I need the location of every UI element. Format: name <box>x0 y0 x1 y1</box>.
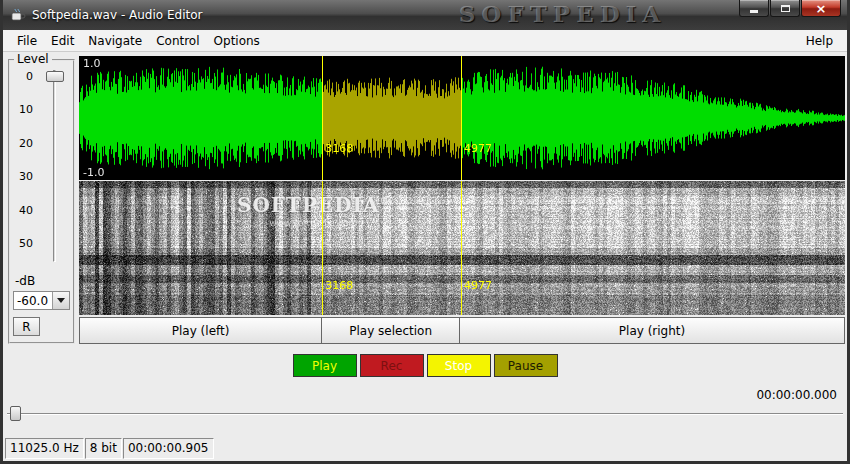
playback-time: 00:00:00.000 <box>756 388 837 402</box>
db-unit-label: -dB <box>15 274 73 288</box>
level-slider[interactable] <box>36 67 73 265</box>
menu-file[interactable]: File <box>10 32 44 50</box>
pause-button[interactable]: Pause <box>494 354 558 377</box>
tick-label: 30 <box>10 171 33 182</box>
selection-end-label: 4977 <box>464 143 492 154</box>
close-icon: × <box>816 2 827 15</box>
reset-level-button[interactable]: R <box>13 317 40 336</box>
sample-rate-field: 11025.0 Hz <box>5 438 84 459</box>
level-body: 0 10 20 30 40 50 <box>10 67 73 265</box>
level-title: Level <box>14 52 52 66</box>
record-button[interactable]: Rec <box>360 354 424 377</box>
menu-control[interactable]: Control <box>149 32 206 50</box>
menu-navigate[interactable]: Navigate <box>81 32 149 50</box>
transport-controls: Play Rec Stop Pause <box>3 354 847 377</box>
combobox-dropdown-button[interactable] <box>52 292 69 309</box>
amplitude-max-label: 1.0 <box>83 58 101 69</box>
maximize-icon <box>781 5 790 12</box>
titlebar-watermark: SOFTPEDIA <box>459 0 666 27</box>
selection-end-cursor[interactable] <box>461 181 462 315</box>
statusbar: 11025.0 Hz 8 bit 00:00:00.905 <box>3 438 847 461</box>
chevron-down-icon <box>57 298 65 303</box>
segment-play-row: Play (left) Play selection Play (right) <box>79 317 845 344</box>
audio-editor-window: Softpedia.wav - Audio Editor SOFTPEDIA ×… <box>0 0 850 464</box>
level-combobox-value: -60.0 <box>14 292 52 309</box>
app-icon <box>10 7 26 23</box>
duration-field: 00:00:00.905 <box>123 438 214 459</box>
titlebar[interactable]: Softpedia.wav - Audio Editor SOFTPEDIA × <box>3 0 847 30</box>
window-controls: × <box>739 0 841 17</box>
menu-help[interactable]: Help <box>799 32 840 50</box>
tick-label: 50 <box>10 238 33 249</box>
play-button[interactable]: Play <box>293 354 357 377</box>
selection-end-cursor[interactable] <box>461 56 462 180</box>
selection-start-cursor[interactable] <box>322 56 323 180</box>
selection-start-label: 3168 <box>325 143 353 154</box>
minimize-button[interactable] <box>739 0 769 17</box>
level-panel: Level 0 10 20 30 40 50 -dB -60.0 <box>8 59 75 344</box>
play-left-button[interactable]: Play (left) <box>79 317 322 344</box>
play-selection-button[interactable]: Play selection <box>321 317 460 344</box>
seek-slider-thumb[interactable] <box>10 406 21 421</box>
bit-depth-field: 8 bit <box>85 438 122 459</box>
maximize-button[interactable] <box>770 0 800 17</box>
menubar: File Edit Navigate Control Options Help <box>3 30 847 52</box>
spectrogram-display[interactable]: SOFTPEDIA® www.softpedia.com 3168 4977 <box>79 181 845 315</box>
content-area: Level 0 10 20 30 40 50 -dB -60.0 <box>3 52 847 344</box>
selection-start-cursor[interactable] <box>322 181 323 315</box>
level-slider-thumb[interactable] <box>46 71 64 82</box>
seek-slider[interactable] <box>7 405 843 423</box>
menu-edit[interactable]: Edit <box>44 32 81 50</box>
selection-start-label: 3168 <box>325 280 353 291</box>
tick-label: 10 <box>10 104 33 115</box>
main-displays: 1.0 -1.0 3168 4977 SOFTPEDIA® www.softpe… <box>79 56 845 344</box>
level-tick-labels: 0 10 20 30 40 50 <box>10 67 36 265</box>
close-button[interactable]: × <box>801 0 841 17</box>
minimize-icon <box>750 10 758 13</box>
window-title: Softpedia.wav - Audio Editor <box>32 8 202 22</box>
tick-label: 0 <box>10 71 33 82</box>
stop-button[interactable]: Stop <box>427 354 491 377</box>
selection-end-label: 4977 <box>464 280 492 291</box>
tick-label: 20 <box>10 138 33 149</box>
amplitude-min-label: -1.0 <box>83 167 104 178</box>
tick-label: 40 <box>10 205 33 216</box>
time-row: 00:00:00.000 <box>3 388 847 403</box>
waveform-display[interactable]: 1.0 -1.0 3168 4977 <box>79 56 845 180</box>
play-right-button[interactable]: Play (right) <box>459 317 845 344</box>
level-combobox[interactable]: -60.0 <box>13 291 70 310</box>
level-slider-track <box>53 70 56 262</box>
seek-slider-track <box>7 413 843 415</box>
menu-options[interactable]: Options <box>207 32 267 50</box>
